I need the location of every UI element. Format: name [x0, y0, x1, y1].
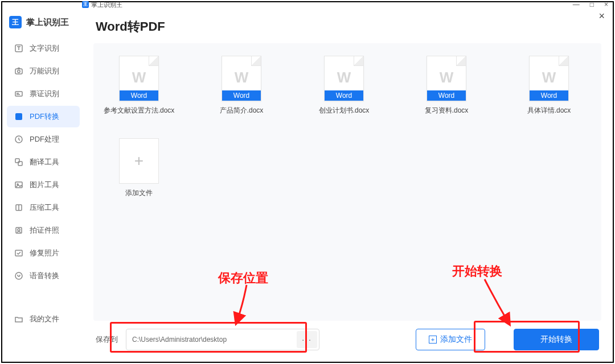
- app-title: 掌上识别王: [26, 17, 69, 28]
- sidebar-item-label: 我的文件: [30, 314, 59, 324]
- svg-rect-6: [15, 159, 19, 163]
- main-panel: Word转PDF WWord 参考文献设置方法.docx WWord 产品简介.…: [83, 9, 612, 361]
- word-file-icon: WWord: [119, 56, 159, 101]
- word-file-icon: WWord: [324, 56, 364, 101]
- page-title: Word转PDF: [93, 18, 601, 35]
- file-grid: WWord 参考文献设置方法.docx WWord 产品简介.docx WWor…: [105, 56, 590, 198]
- sidebar-item-voice-convert[interactable]: 语音转换: [7, 265, 80, 287]
- add-file-button-label: 添加文件: [440, 334, 472, 345]
- window-titlebar-remnant: 王 掌上识别王 — □ ×: [80, 0, 615, 9]
- sidebar-item-my-files[interactable]: 我的文件: [7, 308, 80, 330]
- text-icon: [14, 43, 24, 53]
- svg-point-2: [18, 70, 20, 72]
- file-name: 具体详情.docx: [527, 106, 571, 115]
- arrow-icon: [231, 283, 265, 329]
- svg-rect-1: [15, 69, 22, 74]
- browse-button[interactable]: ···: [297, 331, 317, 348]
- sidebar-item-photo-restore[interactable]: 修复照片: [7, 242, 80, 264]
- save-path-input[interactable]: [126, 329, 319, 350]
- process-icon: [14, 134, 24, 144]
- file-name: 创业计划书.docx: [319, 106, 370, 115]
- app-brand: 王 掌上识别王: [3, 13, 83, 36]
- file-card[interactable]: WWord 复习资料.docx: [412, 56, 481, 115]
- sidebar-item-text-ocr[interactable]: 文字识别: [7, 38, 80, 59]
- svg-rect-4: [15, 113, 22, 120]
- sidebar-item-compress[interactable]: 压缩工具: [7, 197, 80, 218]
- pdf-icon: [14, 111, 24, 122]
- sidebar-item-label: 图片工具: [30, 180, 59, 190]
- workarea: WWord 参考文献设置方法.docx WWord 产品简介.docx WWor…: [93, 43, 601, 321]
- sidebar-item-label: 压缩工具: [30, 202, 59, 213]
- add-file-tile[interactable]: + 添加文件: [105, 138, 173, 198]
- sidebar-item-id-photo[interactable]: 拍证件照: [7, 220, 80, 241]
- add-file-label: 添加文件: [125, 188, 153, 198]
- window-minimize[interactable]: —: [573, 1, 580, 9]
- sidebar-item-ticket-ocr[interactable]: 票证识别: [7, 83, 80, 105]
- compress-icon: [14, 202, 24, 213]
- translate-icon: [14, 157, 24, 167]
- plus-icon: +: [119, 138, 159, 184]
- file-name: 产品简介.docx: [220, 106, 264, 115]
- sidebar-item-universal-ocr[interactable]: 万能识别: [7, 60, 80, 82]
- file-card[interactable]: WWord 产品简介.docx: [207, 56, 276, 115]
- restore-icon: [14, 248, 24, 258]
- svg-point-14: [15, 272, 22, 279]
- sidebar-item-label: 拍证件照: [30, 225, 59, 235]
- start-convert-label: 开始转换: [540, 334, 572, 345]
- word-file-icon: WWord: [427, 56, 466, 101]
- sidebar-item-pdf-convert[interactable]: PDF转换: [7, 106, 80, 127]
- plus-mini-icon: +: [429, 336, 437, 344]
- image-icon: [14, 180, 24, 190]
- sidebar-item-pdf-process[interactable]: PDF处理: [7, 129, 80, 150]
- arrow-icon: [475, 278, 521, 329]
- sidebar-item-label: 语音转换: [30, 271, 59, 281]
- word-file-icon: WWord: [529, 56, 569, 101]
- id-photo-icon: [14, 225, 24, 235]
- sidebar-item-translate[interactable]: 翻译工具: [7, 151, 80, 173]
- sidebar-item-label: PDF处理: [30, 134, 59, 144]
- ticket-icon: [14, 89, 24, 99]
- sidebar-item-label: 翻译工具: [30, 157, 59, 167]
- file-card[interactable]: WWord 参考文献设置方法.docx: [105, 56, 173, 115]
- window-title: 掌上识别王: [91, 1, 122, 9]
- save-path-wrap: ···: [126, 329, 319, 350]
- file-name: 复习资料.docx: [425, 106, 469, 115]
- file-name: 参考文献设置方法.docx: [104, 106, 175, 115]
- folder-icon: [14, 314, 24, 324]
- svg-rect-7: [18, 162, 22, 166]
- sidebar-item-label: 修复照片: [30, 248, 59, 258]
- file-card[interactable]: WWord 具体详情.docx: [515, 56, 583, 115]
- camera-icon: [14, 66, 24, 76]
- window-close[interactable]: ×: [604, 1, 608, 9]
- sidebar-item-image-tools[interactable]: 图片工具: [7, 174, 80, 196]
- sidebar-item-label: 票证识别: [30, 89, 59, 99]
- sidebar-item-label: PDF转换: [30, 111, 59, 122]
- app-icon-mini: 王: [82, 1, 89, 8]
- save-to-label: 保存到: [96, 334, 118, 345]
- sidebar-item-label: 万能识别: [30, 66, 59, 76]
- svg-point-12: [18, 229, 20, 231]
- word-file-icon: WWord: [222, 56, 261, 101]
- file-card[interactable]: WWord 创业计划书.docx: [310, 56, 378, 115]
- start-convert-button[interactable]: 开始转换: [514, 329, 599, 350]
- sidebar: 王 掌上识别王 文字识别 万能识别 票证识别 PDF转换 PDF处理: [3, 9, 83, 361]
- sidebar-item-label: 文字识别: [30, 43, 59, 53]
- svg-rect-3: [15, 92, 22, 96]
- voice-icon: [14, 271, 24, 281]
- window-maximize[interactable]: □: [590, 1, 594, 9]
- add-file-button[interactable]: + 添加文件: [416, 329, 485, 350]
- app-icon: 王: [9, 16, 22, 28]
- bottom-bar: 保存到 ··· + 添加文件 开始转换: [93, 321, 601, 356]
